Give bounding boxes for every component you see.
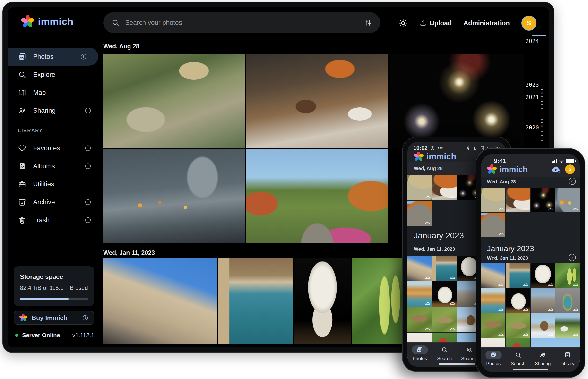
- photo-cupcake-tower[interactable]: ☁: [556, 288, 580, 313]
- photo-fortress-walls[interactable]: [103, 258, 217, 344]
- info-icon[interactable]: [82, 315, 88, 321]
- heart-icon: [18, 144, 26, 152]
- tab-search[interactable]: Search: [432, 343, 457, 361]
- info-icon[interactable]: [85, 145, 91, 152]
- photo-beach-cliff[interactable]: ☁: [408, 281, 432, 307]
- tab-sharing[interactable]: Sharing: [530, 348, 555, 366]
- sidebar-item-trash[interactable]: Trash: [8, 211, 103, 229]
- photo-autumn-park-path[interactable]: ☁: [408, 201, 432, 226]
- sidebar-item-label: Favorites: [33, 144, 60, 152]
- stacked-photos-icon: [490, 351, 497, 358]
- home-indicator[interactable]: [513, 369, 548, 370]
- photo-coastal-bay[interactable]: ☁: [432, 256, 457, 281]
- cloud-backup-icon[interactable]: ✓: [550, 164, 561, 174]
- info-icon[interactable]: [85, 163, 91, 170]
- info-icon[interactable]: [85, 107, 91, 114]
- photo-lizard[interactable]: ☁: [481, 313, 505, 338]
- cloud-sync-icon: ☁: [573, 281, 578, 286]
- cloud-sync-icon: ☁: [425, 326, 430, 331]
- photo-marble-sculpture[interactable]: ☁: [506, 288, 530, 313]
- sidebar-item-label: Utilities: [33, 180, 54, 188]
- search-bar[interactable]: [103, 12, 380, 33]
- photo-fireworks[interactable]: [389, 54, 524, 148]
- photo-alpine-farm[interactable]: ☁: [556, 313, 580, 338]
- library-icon: [564, 351, 571, 358]
- photo-zoo-monkeys[interactable]: ☁: [481, 188, 505, 212]
- photo-winter-village[interactable]: ☁: [531, 313, 555, 338]
- timeline-year[interactable]: 2024: [525, 38, 539, 44]
- search-filters-icon[interactable]: [364, 19, 372, 27]
- photo-fireworks[interactable]: ☁: [531, 188, 555, 212]
- cloud-sync-icon: ☁: [425, 220, 430, 225]
- sidebar-item-label: Albums: [33, 162, 55, 170]
- administration-link[interactable]: Administration: [463, 19, 510, 27]
- sidebar-item-explore[interactable]: Explore: [8, 66, 103, 84]
- photo-zoo-monkeys[interactable]: ☁: [408, 175, 432, 200]
- sidebar-item-favorites[interactable]: Favorites: [8, 139, 103, 157]
- timeline-year[interactable]: 2020: [525, 124, 539, 131]
- photo-grid-aug: ☁ ☁ ☁ ☁ ☁: [481, 188, 580, 237]
- photo-fortress-walls[interactable]: ☁: [408, 256, 432, 281]
- theme-toggle-sun-icon[interactable]: [398, 18, 408, 28]
- date-group-header: Wed, Jan 11, 2023: [414, 246, 455, 252]
- sidebar-item-utilities[interactable]: Utilities: [8, 175, 103, 193]
- sidebar-item-map[interactable]: Map: [8, 84, 103, 102]
- library-section-label: LIBRARY: [18, 128, 103, 133]
- photo-autumn-park-path[interactable]: ☁: [481, 213, 505, 237]
- select-all-check-icon[interactable]: ✓: [569, 254, 576, 261]
- cloud-sync-icon: ☁: [498, 306, 504, 312]
- sidebar-item-albums[interactable]: Albums: [8, 157, 103, 175]
- photo-sea-grapes[interactable]: ☁: [556, 263, 580, 288]
- photo-autumn-park-path[interactable]: [246, 149, 388, 243]
- tab-photos[interactable]: Photos: [481, 348, 506, 366]
- sidebar-item-sharing[interactable]: Sharing: [8, 102, 103, 120]
- timeline-dots: [541, 119, 542, 126]
- photo-marble-bust[interactable]: ☁: [531, 263, 555, 288]
- info-icon[interactable]: [85, 199, 91, 205]
- timeline-position-marker: [532, 35, 546, 36]
- photo-sea-grapes[interactable]: [352, 258, 408, 344]
- photo-row: [103, 54, 524, 148]
- timeline-year[interactable]: 2021: [525, 94, 539, 100]
- photo-autumn-dinner-table[interactable]: ☁: [432, 175, 457, 200]
- photo-autumn-dinner-table[interactable]: [246, 54, 388, 148]
- cloud-sync-icon: ☁: [523, 206, 528, 211]
- sidebar-item-archive[interactable]: Archive: [8, 193, 103, 211]
- user-avatar[interactable]: S: [565, 164, 575, 174]
- photo-lizard-closeup[interactable]: ☁: [432, 307, 457, 332]
- search-input[interactable]: [125, 19, 358, 27]
- buy-immich-button[interactable]: Buy Immich: [14, 311, 94, 325]
- sidebar-item-photos[interactable]: Photos: [8, 47, 98, 66]
- server-status-label: Server Online: [22, 332, 68, 339]
- archive-box-down-icon: [18, 198, 26, 206]
- select-all-check-icon[interactable]: ✓: [569, 178, 576, 185]
- photo-coastal-bay[interactable]: [218, 258, 293, 344]
- photo-lizard[interactable]: ☁: [408, 307, 432, 332]
- tab-library[interactable]: Library: [555, 348, 580, 366]
- photo-marble-bust[interactable]: [294, 258, 351, 344]
- info-icon[interactable]: [80, 53, 87, 60]
- app-brand[interactable]: immich: [21, 15, 74, 28]
- photo-stone-ruin[interactable]: ☁: [531, 288, 555, 313]
- photo-coastal-bay[interactable]: ☁: [506, 263, 530, 288]
- backup-check-badge: ✓: [558, 171, 562, 175]
- photo-autumn-dinner-table[interactable]: ☁: [506, 188, 530, 212]
- immich-logo-icon: [414, 152, 424, 161]
- home-indicator[interactable]: [439, 363, 475, 365]
- photo-row: [103, 149, 388, 243]
- photo-zoo-monkeys[interactable]: [103, 54, 245, 148]
- magnifier-icon: [515, 351, 522, 358]
- cloud-sync-icon: ☁: [498, 231, 504, 236]
- cloud-sync-icon: ☁: [548, 306, 553, 312]
- photo-holding-hands[interactable]: [103, 149, 245, 243]
- photo-beach-cliff[interactable]: ☁: [481, 288, 505, 313]
- tab-search[interactable]: Search: [506, 348, 531, 366]
- photo-fortress-walls[interactable]: ☁: [481, 263, 505, 288]
- upload-button[interactable]: Upload: [419, 19, 452, 27]
- photo-marble-sculpture[interactable]: ☁: [432, 281, 457, 307]
- timeline-year[interactable]: 2023: [525, 82, 539, 88]
- info-icon[interactable]: [85, 217, 91, 223]
- photo-holding-hands[interactable]: ☁: [556, 188, 580, 212]
- tab-photos[interactable]: Photos: [408, 343, 432, 361]
- photo-lizard-closeup[interactable]: ☁: [506, 313, 530, 338]
